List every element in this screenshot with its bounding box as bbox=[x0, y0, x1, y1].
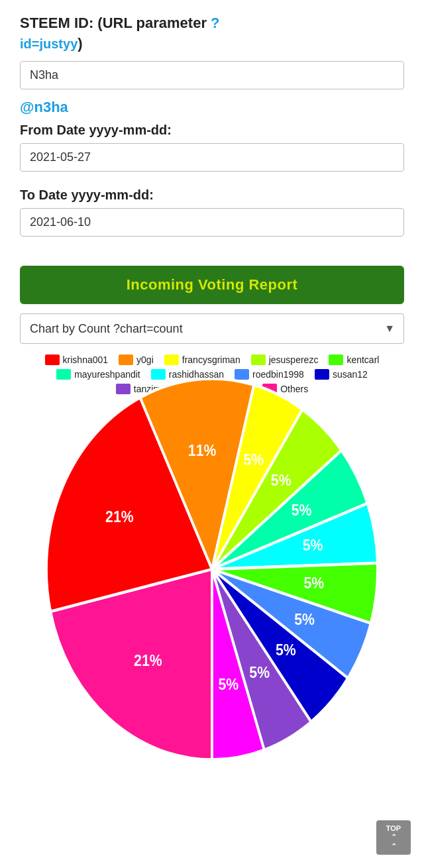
legend-item: francysgriman bbox=[164, 354, 240, 365]
user-link[interactable]: @n3ha bbox=[20, 99, 404, 116]
legend-item: mayureshpandit bbox=[56, 369, 140, 380]
pie-chart-container: 21%21%11%5%5%5%5%5%5%5%5%5% bbox=[20, 404, 404, 735]
legend-item: krishna001 bbox=[45, 354, 109, 365]
legend-label: krishna001 bbox=[63, 354, 109, 365]
legend-label: y0gi bbox=[136, 354, 154, 365]
pie-label: 5% bbox=[303, 536, 323, 555]
steem-id-input[interactable] bbox=[20, 61, 404, 89]
legend-color bbox=[151, 369, 166, 380]
to-date-label: To Date yyyy-mm-dd: bbox=[20, 188, 404, 203]
legend-item: jesusperezc bbox=[251, 354, 319, 365]
legend-color bbox=[164, 354, 179, 365]
legend-color bbox=[329, 354, 343, 365]
steem-id-text: STEEM ID: (URL parameter bbox=[20, 15, 211, 31]
pie-label: 5% bbox=[292, 500, 312, 519]
pie-label: 21% bbox=[105, 507, 133, 525]
chart-select-wrapper: Chart by Count ?chart=count Chart by Val… bbox=[20, 313, 404, 344]
top-button[interactable]: TOP ⌃⌃ bbox=[376, 820, 411, 855]
legend-item: y0gi bbox=[119, 354, 154, 365]
chart-type-select[interactable]: Chart by Count ?chart=count Chart by Val… bbox=[20, 313, 404, 344]
top-arrows: ⌃⌃ bbox=[391, 833, 397, 850]
pie-label: 5% bbox=[276, 641, 296, 659]
incoming-voting-report-button[interactable]: Incoming Voting Report bbox=[20, 266, 404, 304]
legend-label: francysgriman bbox=[182, 354, 240, 365]
from-date-input[interactable] bbox=[20, 143, 404, 172]
to-date-input[interactable] bbox=[20, 208, 404, 237]
legend-color bbox=[45, 354, 60, 365]
legend-label: susan12 bbox=[333, 369, 368, 380]
legend-item: roedbin1998 bbox=[235, 369, 304, 380]
pie-label: 5% bbox=[294, 610, 315, 628]
pie-label: 11% bbox=[188, 441, 216, 459]
legend-label: mayureshpandit bbox=[74, 369, 140, 380]
legend-color bbox=[315, 369, 329, 380]
legend-label: kentcarl bbox=[346, 354, 379, 365]
legend-color bbox=[56, 369, 71, 380]
legend-item: rashidhassan bbox=[151, 369, 224, 380]
legend-label: rashidhassan bbox=[169, 369, 224, 380]
pie-label: 5% bbox=[243, 451, 264, 469]
pie-label: 21% bbox=[134, 651, 162, 669]
pie-label: 5% bbox=[218, 675, 238, 694]
legend-color bbox=[235, 369, 249, 380]
legend-label: roedbin1998 bbox=[252, 369, 304, 380]
legend-color bbox=[119, 354, 133, 365]
top-label: TOP bbox=[386, 824, 401, 833]
pie-label: 5% bbox=[271, 471, 292, 490]
steem-id-label: STEEM ID: (URL parameter ? id=justyy) bbox=[20, 13, 404, 54]
legend-color bbox=[251, 354, 266, 365]
pie-label: 5% bbox=[303, 573, 324, 592]
pie-chart: 21%21%11%5%5%5%5%5%5%5%5%5% bbox=[46, 378, 378, 759]
legend-item: susan12 bbox=[315, 369, 368, 380]
param-link[interactable]: ? bbox=[211, 15, 219, 31]
param-name[interactable]: id=justyy bbox=[20, 36, 78, 51]
legend-label: jesusperezc bbox=[269, 354, 319, 365]
legend-item: kentcarl bbox=[329, 354, 379, 365]
from-date-label: From Date yyyy-mm-dd: bbox=[20, 123, 404, 138]
pie-label: 5% bbox=[249, 663, 270, 682]
